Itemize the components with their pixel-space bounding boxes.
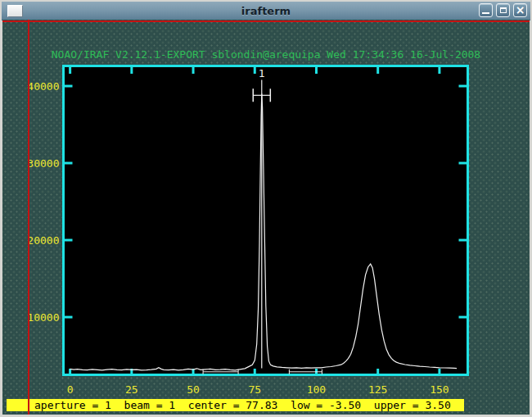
maximize-icon (500, 7, 507, 13)
window-title: irafterm (2, 2, 530, 20)
irafterm-window: irafterm × NOAO/IRAF V2.12.1-EXPORT sblo… (0, 0, 532, 417)
cursor-crosshair-horizontal (2, 20, 530, 22)
x-tick-label: 150 (430, 383, 449, 396)
y-tick-label: 40000 (27, 80, 59, 93)
plot-frame (64, 66, 468, 375)
close-icon: × (516, 4, 525, 16)
minimize-icon (482, 12, 489, 14)
aperture-number-label: 1 (259, 67, 265, 79)
window-controls: × (479, 3, 527, 17)
titlebar[interactable]: irafterm × (2, 2, 530, 20)
maximize-button[interactable] (496, 3, 510, 17)
close-button[interactable]: × (513, 3, 527, 17)
x-tick-label: 50 (187, 383, 200, 396)
x-tick-label: 125 (368, 383, 387, 396)
y-tick-label: 10000 (27, 311, 59, 324)
minimize-button[interactable] (479, 3, 493, 17)
y-tick-label: 30000 (27, 157, 59, 170)
status-bar: aperture = 1 beam = 1 center = 77.83 low… (7, 399, 464, 411)
x-tick-label: 25 (125, 383, 138, 396)
aperture-plot[interactable]: 0255075100125150100002000030000400001 (2, 20, 530, 415)
cursor-crosshair-vertical (28, 20, 29, 415)
x-tick-label: 100 (307, 383, 326, 396)
y-tick-label: 20000 (27, 234, 59, 247)
x-tick-label: 75 (248, 383, 261, 396)
x-tick-label: 0 (67, 383, 74, 396)
graphics-canvas[interactable]: NOAO/IRAF V2.12.1-EXPORT sblondin@arequi… (2, 20, 530, 415)
